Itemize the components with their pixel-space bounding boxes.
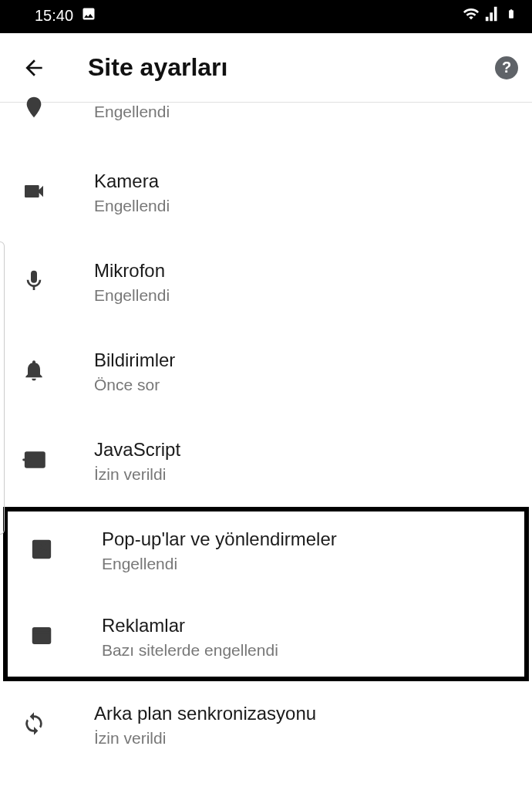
setting-title: Pop-up'lar ve yönlendirmeler <box>102 528 503 550</box>
wifi-icon <box>463 5 480 26</box>
setting-title: Mikrofon <box>94 260 510 282</box>
setting-row-microphone[interactable]: Mikrofon Engellendi <box>0 243 532 322</box>
scroll-indicator <box>0 241 5 535</box>
setting-subtitle: Önce sor <box>94 376 510 394</box>
page-title: Site ayarları <box>88 53 495 82</box>
setting-title: Arka plan senkronizasyonu <box>94 703 510 724</box>
setting-subtitle: Engellendi <box>94 286 510 305</box>
code-icon <box>22 447 46 475</box>
highlighted-settings: Pop-up'lar ve yönlendirmeler Engellendi … <box>3 507 529 681</box>
setting-title: Kamera <box>94 170 510 192</box>
setting-title: Reklamlar <box>102 615 503 636</box>
setting-row-popups[interactable]: Pop-up'lar ve yönlendirmeler Engellendi <box>8 511 524 590</box>
setting-subtitle: Engellendi <box>94 103 510 121</box>
status-bar: 15:40 <box>0 0 532 31</box>
setting-row-javascript[interactable]: JavaScript İzin verildi <box>0 422 532 501</box>
signal-icon <box>484 5 501 26</box>
bell-icon <box>22 358 46 386</box>
image-icon <box>81 6 96 25</box>
setting-row-location[interactable]: Engellendi <box>0 103 532 135</box>
camera-icon <box>22 179 46 207</box>
window-icon <box>29 623 54 651</box>
battery-icon <box>506 5 517 26</box>
svg-rect-2 <box>33 629 49 643</box>
setting-title: JavaScript <box>94 439 510 461</box>
help-button[interactable]: ? <box>495 56 518 79</box>
setting-subtitle: İzin verildi <box>94 729 510 748</box>
setting-subtitle: Engellendi <box>102 555 503 573</box>
sync-icon <box>22 711 46 739</box>
status-time: 15:40 <box>35 7 73 25</box>
setting-row-ads[interactable]: Reklamlar Bazı sitelerde engellendi <box>8 598 524 677</box>
setting-row-background-sync[interactable]: Arka plan senkronizasyonu İzin verildi <box>0 686 532 765</box>
setting-subtitle: Engellendi <box>94 197 510 215</box>
back-button[interactable] <box>22 53 51 83</box>
setting-subtitle: İzin verildi <box>94 465 510 484</box>
open-in-new-icon <box>29 537 54 565</box>
app-bar: Site ayarları ? <box>0 33 532 103</box>
setting-title: Bildirimler <box>94 349 510 371</box>
setting-row-notifications[interactable]: Bildirimler Önce sor <box>0 333 532 411</box>
microphone-icon <box>22 268 46 296</box>
setting-row-camera[interactable]: Kamera Engellendi <box>0 154 532 232</box>
setting-subtitle: Bazı sitelerde engellendi <box>102 641 503 660</box>
location-icon <box>22 95 46 123</box>
